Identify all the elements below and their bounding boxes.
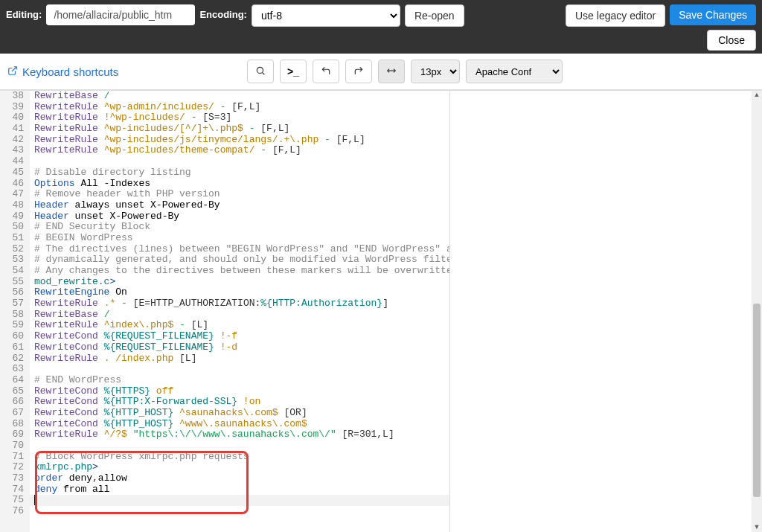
- terminal-icon: >_: [287, 65, 299, 77]
- code-line[interactable]: RewriteCond %{REQUEST_FILENAME} !-d: [34, 342, 450, 353]
- search-button[interactable]: [247, 60, 274, 83]
- code-line[interactable]: order deny,allow: [34, 473, 450, 484]
- preview-pane: [450, 91, 762, 532]
- code-line[interactable]: [34, 440, 450, 452]
- code-line[interactable]: Options All -Indexes: [34, 179, 450, 190]
- external-link-icon: [7, 65, 18, 78]
- editing-label: Editing:: [6, 4, 42, 20]
- code-line[interactable]: Header always unset X-Powered-By: [34, 200, 450, 211]
- code-line[interactable]: RewriteCond %{HTTPS} off: [34, 386, 450, 397]
- editor-toolbar: Keyboard shortcuts >_ 13px Apache Conf: [0, 54, 762, 90]
- line-number-gutter: 3839404142434445464748495051525354555657…: [0, 91, 30, 532]
- svg-line-0: [12, 66, 16, 71]
- code-line[interactable]: Header unset X-Powered-By: [34, 211, 450, 222]
- horizontal-arrows-icon: [385, 65, 397, 78]
- code-line[interactable]: xmlrpc.php>: [34, 462, 450, 473]
- code-line[interactable]: # dynamically generated, and should only…: [34, 254, 450, 266]
- code-line[interactable]: RewriteCond %{HTTP_HOST} ^saunahacks\.co…: [34, 408, 450, 419]
- code-line[interactable]: RewriteRule ^wp-admin/includes/ - [F,L]: [34, 102, 450, 113]
- code-line[interactable]: # Disable directory listing: [34, 167, 450, 179]
- editing-path-input[interactable]: [46, 4, 195, 25]
- code-line[interactable]: # END Security Block: [34, 222, 450, 233]
- code-line[interactable]: mod_rewrite.c>: [34, 277, 450, 288]
- code-line[interactable]: RewriteRule .* - [E=HTTP_AUTHORIZATION:%…: [34, 298, 450, 310]
- code-line[interactable]: RewriteRule ^index\.php$ - [L]: [34, 320, 450, 331]
- keyboard-shortcuts-link[interactable]: Keyboard shortcuts: [7, 65, 118, 78]
- scrollbar-thumb[interactable]: [753, 304, 761, 497]
- code-line[interactable]: RewriteCond %{HTTP:X-Forwarded-SSL} !on: [34, 397, 450, 408]
- undo-icon: [321, 65, 331, 78]
- code-line[interactable]: RewriteEngine On: [34, 287, 450, 298]
- redo-button[interactable]: [345, 60, 372, 83]
- code-line[interactable]: deny from all: [34, 484, 450, 496]
- encoding-label: Encoding:: [199, 4, 247, 20]
- close-button[interactable]: Close: [707, 30, 756, 51]
- code-line[interactable]: RewriteRule !^wp-includes/ - [S=3]: [34, 112, 450, 124]
- code-line[interactable]: # Remove header with PHP version: [34, 189, 450, 200]
- code-line[interactable]: [30, 495, 450, 506]
- code-line[interactable]: # BEGIN WordPress: [34, 233, 450, 244]
- code-line[interactable]: [34, 156, 450, 167]
- code-content[interactable]: RewriteBase /RewriteRule ^wp-admin/inclu…: [30, 91, 450, 532]
- code-line[interactable]: RewriteRule ^wp-includes/[^/]+\.php$ - […: [34, 124, 450, 135]
- code-line[interactable]: # Any changes to the directives between …: [34, 266, 450, 277]
- code-line[interactable]: # END WordPress: [34, 375, 450, 386]
- encoding-select[interactable]: utf-8: [252, 4, 400, 27]
- code-line[interactable]: # The directives (lines) between "BEGIN …: [34, 244, 450, 255]
- code-line[interactable]: RewriteRule ^wp-includes/js/tinymce/lang…: [34, 135, 450, 146]
- code-line[interactable]: RewriteBase /: [34, 91, 450, 102]
- editor-area: 3839404142434445464748495051525354555657…: [0, 90, 762, 532]
- code-line[interactable]: RewriteRule ^/?$ "https\:\/\/www\.saunah…: [34, 429, 450, 440]
- svg-point-1: [257, 67, 263, 73]
- font-size-select[interactable]: 13px: [411, 60, 460, 83]
- legacy-editor-button[interactable]: Use legacy editor: [566, 4, 665, 27]
- code-line[interactable]: RewriteCond %{REQUEST_FILENAME} !-f: [34, 331, 450, 342]
- reopen-button[interactable]: Re-open: [405, 4, 464, 27]
- wrap-toggle-button[interactable]: [378, 60, 405, 83]
- code-line[interactable]: RewriteRule ^wp-includes/theme-compat/ -…: [34, 145, 450, 156]
- scroll-down-arrow[interactable]: ▼: [753, 523, 761, 532]
- scroll-up-arrow[interactable]: ▲: [753, 91, 761, 100]
- syntax-select[interactable]: Apache Conf: [466, 60, 563, 83]
- svg-line-2: [263, 72, 265, 74]
- header-bar: Editing: Encoding: utf-8 Re-open Use leg…: [0, 0, 762, 54]
- undo-button[interactable]: [313, 60, 339, 83]
- save-changes-button[interactable]: Save Changes: [670, 4, 756, 25]
- terminal-button[interactable]: >_: [280, 60, 307, 83]
- code-line[interactable]: RewriteCond %{HTTP_HOST} ^www\.saunahack…: [34, 419, 450, 430]
- search-icon: [255, 65, 266, 78]
- code-line[interactable]: RewriteRule . /index.php [L]: [34, 353, 450, 365]
- code-line[interactable]: # Block WordPress xmlrpc.php requests: [34, 452, 450, 463]
- code-editor[interactable]: 3839404142434445464748495051525354555657…: [0, 91, 450, 532]
- vertical-scrollbar[interactable]: ▲ ▼: [752, 91, 762, 532]
- code-line[interactable]: RewriteBase /: [34, 310, 450, 321]
- keyboard-shortcuts-label: Keyboard shortcuts: [22, 65, 118, 78]
- code-line[interactable]: [34, 364, 450, 375]
- redo-icon: [353, 65, 364, 78]
- code-line[interactable]: [34, 506, 450, 517]
